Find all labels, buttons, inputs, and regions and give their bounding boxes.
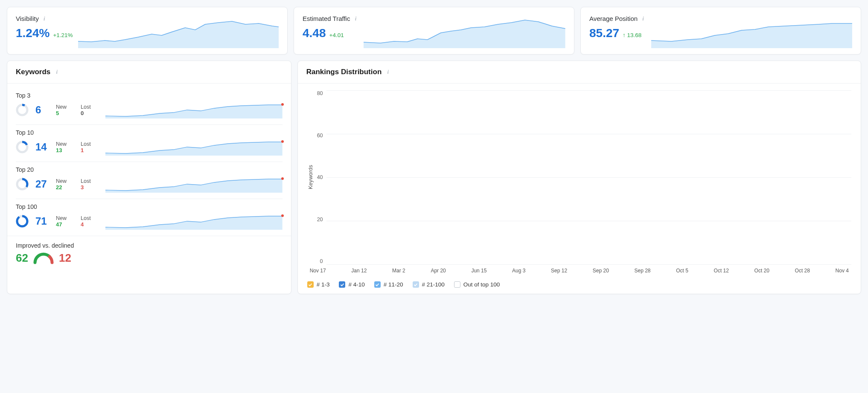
legend-item[interactable]: Out of top 100 xyxy=(454,281,500,288)
improved-count: 62 xyxy=(16,251,28,265)
y-axis-label: Keywords xyxy=(307,165,314,189)
x-tick: Nov 17 xyxy=(310,268,326,274)
x-tick: Nov 4 xyxy=(836,268,849,274)
legend-checkbox-icon[interactable] xyxy=(374,281,381,288)
new-label: New xyxy=(56,215,74,221)
sparkline xyxy=(105,213,283,230)
legend-label: # 11-20 xyxy=(384,281,403,288)
bucket-count: 71 xyxy=(35,215,49,227)
endpoint-dot-icon xyxy=(281,103,284,106)
info-icon[interactable]: i xyxy=(352,16,358,22)
legend-item[interactable]: # 11-20 xyxy=(374,281,403,288)
x-tick: Apr 20 xyxy=(431,268,446,274)
metric-title: Estimated Traffic xyxy=(303,15,350,22)
lost-value: 3 xyxy=(81,184,99,191)
x-tick: Oct 20 xyxy=(754,268,769,274)
x-tick: Oct 5 xyxy=(676,268,688,274)
x-tick: Sep 28 xyxy=(635,268,651,274)
info-icon[interactable]: i xyxy=(41,16,47,22)
bucket-label: Top 20 xyxy=(16,166,283,173)
lost-value: 0 xyxy=(81,110,99,116)
lost-label: Lost xyxy=(81,215,99,221)
panel-title: Keywords xyxy=(16,68,50,76)
metric-card-traffic[interactable]: Estimated Traffic i 4.48 +4.01 xyxy=(294,7,574,55)
x-tick: Jan 12 xyxy=(351,268,367,274)
x-tick: Jun 15 xyxy=(471,268,486,274)
bucket-label: Top 100 xyxy=(16,203,283,210)
x-axis-ticks: Nov 17Jan 12Mar 2Apr 20Jun 15Aug 3Sep 12… xyxy=(307,268,851,274)
keyword-bucket-row[interactable]: Top 20 27 New 22 Lost 3 xyxy=(16,162,283,199)
new-label: New xyxy=(56,141,74,147)
chart-legend: # 1-3 # 4-10 # 11-20 # 21-100 Out of top… xyxy=(307,281,851,288)
lost-label: Lost xyxy=(81,178,99,184)
info-icon[interactable]: i xyxy=(385,69,391,75)
keyword-bucket-row[interactable]: Top 3 6 New 5 Lost 0 xyxy=(16,88,283,125)
sparkline xyxy=(105,101,283,118)
donut-icon xyxy=(16,141,29,153)
svg-point-0 xyxy=(17,105,27,115)
x-tick: Mar 2 xyxy=(392,268,405,274)
y-axis-ticks: 806040200 xyxy=(317,90,326,264)
lost-value: 1 xyxy=(81,147,99,153)
donut-icon xyxy=(16,178,29,191)
legend-label: # 1-3 xyxy=(317,281,330,288)
metric-title: Average Position xyxy=(589,15,638,22)
new-label: New xyxy=(56,178,74,184)
legend-checkbox-icon[interactable] xyxy=(339,281,345,288)
legend-item[interactable]: # 21-100 xyxy=(413,281,445,288)
new-value: 5 xyxy=(56,110,74,116)
endpoint-dot-icon xyxy=(281,177,284,180)
legend-checkbox-icon[interactable] xyxy=(413,281,419,288)
sparkline xyxy=(78,15,279,48)
metric-value: 4.48 xyxy=(303,26,326,40)
info-icon[interactable]: i xyxy=(54,69,60,75)
panel-rankings-distribution: Rankings Distribution i Keywords 8060402… xyxy=(297,61,861,294)
legend-label: # 4-10 xyxy=(348,281,364,288)
x-tick: Oct 12 xyxy=(714,268,729,274)
bucket-label: Top 3 xyxy=(16,92,283,99)
lost-label: Lost xyxy=(81,104,99,110)
declined-count: 12 xyxy=(59,251,71,265)
bucket-count: 27 xyxy=(35,178,49,190)
legend-label: Out of top 100 xyxy=(463,281,500,288)
metric-delta: +1.21% xyxy=(53,32,73,38)
x-tick: Sep 20 xyxy=(593,268,609,274)
sparkline xyxy=(105,176,283,193)
panel-keywords: Keywords i Top 3 6 New 5 Lost 0 xyxy=(7,61,291,294)
lost-value: 4 xyxy=(81,221,99,228)
legend-checkbox-icon[interactable] xyxy=(454,281,460,288)
distribution-chart[interactable] xyxy=(326,90,851,264)
metric-value: 1.24% xyxy=(16,26,50,40)
keyword-bucket-row[interactable]: Top 10 14 New 13 Lost 1 xyxy=(16,125,283,162)
donut-icon xyxy=(16,104,29,116)
legend-item[interactable]: # 4-10 xyxy=(339,281,364,288)
sparkline xyxy=(105,139,283,156)
bucket-count: 6 xyxy=(35,104,49,116)
x-tick: Oct 28 xyxy=(795,268,810,274)
bucket-count: 14 xyxy=(35,141,49,153)
endpoint-dot-icon xyxy=(281,214,284,217)
new-label: New xyxy=(56,104,74,110)
bucket-label: Top 10 xyxy=(16,129,283,136)
new-value: 22 xyxy=(56,184,74,191)
metric-delta: ↑ 13.68 xyxy=(623,32,641,38)
improved-label: Improved vs. declined xyxy=(16,242,283,249)
legend-item[interactable]: # 1-3 xyxy=(307,281,330,288)
x-tick: Sep 12 xyxy=(551,268,567,274)
new-value: 47 xyxy=(56,221,74,228)
panel-title: Rankings Distribution xyxy=(306,68,382,76)
donut-icon xyxy=(16,215,29,228)
new-value: 13 xyxy=(56,147,74,153)
sparkline xyxy=(364,15,565,48)
sparkline xyxy=(651,15,852,48)
metric-card-visibility[interactable]: Visibility i 1.24% +1.21% xyxy=(7,7,288,55)
lost-label: Lost xyxy=(81,141,99,147)
arrow-up-icon: ↑ xyxy=(623,32,626,38)
legend-label: # 21-100 xyxy=(422,281,445,288)
keyword-bucket-row[interactable]: Top 100 71 New 47 Lost 4 xyxy=(16,199,283,236)
metric-card-position[interactable]: Average Position i 85.27 ↑ 13.68 xyxy=(580,7,861,55)
svg-point-7 xyxy=(17,216,27,226)
info-icon[interactable]: i xyxy=(640,16,646,22)
gauge-icon xyxy=(33,252,54,264)
legend-checkbox-icon[interactable] xyxy=(307,281,314,288)
